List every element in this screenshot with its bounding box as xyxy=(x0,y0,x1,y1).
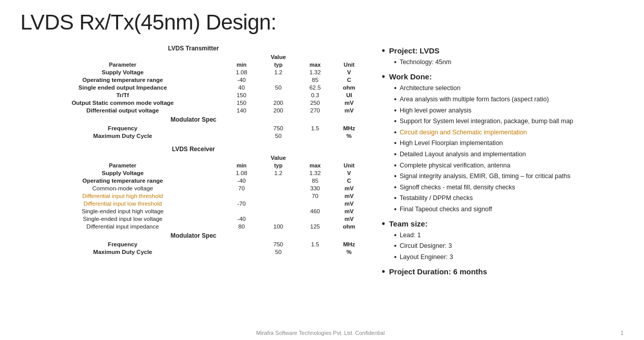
rx-cmv-unit: mV xyxy=(331,184,367,192)
tx-row-temp-min: -40 xyxy=(225,76,258,83)
rx-diff-low-label: Differential input low threshold xyxy=(20,200,225,207)
left-section: LVDS Transmitter Value Parameter min typ… xyxy=(20,43,367,280)
rx-duty-max xyxy=(298,248,331,256)
tx-duty-unit: % xyxy=(331,132,367,139)
tx-duty-typ: 50 xyxy=(258,132,299,139)
tx-row-trtf-min: 150 xyxy=(225,91,258,99)
team-main: • Team size: xyxy=(382,218,624,230)
tx-col-typ: typ xyxy=(258,61,299,68)
rx-freq-label: Frequency xyxy=(20,240,225,248)
workdone-sub-tapeout: • Final Tapeout checks and signoff xyxy=(394,205,624,215)
tx-duty-max xyxy=(298,132,331,139)
footer: Mirafra Software Technologies Pvt. Ltd. … xyxy=(0,330,644,336)
tx-row-impedance-unit: ohm xyxy=(331,83,367,91)
sub-bullet-dot: • xyxy=(394,193,397,204)
sub-bullet-dot: • xyxy=(394,231,397,241)
tx-modulator-header-label: Modulator Spec xyxy=(20,114,367,124)
table-row: Operating temperature range -40 85 C xyxy=(20,76,367,83)
rx-supply-unit: V xyxy=(331,169,367,177)
table-row: Common-mode voltage 70 330 mV xyxy=(20,184,367,192)
tx-row-temp-unit: C xyxy=(331,76,367,83)
arch-label: Architecture selection xyxy=(400,83,461,93)
tx-row-supply-min: 1.08 xyxy=(225,68,258,76)
workdone-sub-system: • Support for System level integration, … xyxy=(394,117,624,127)
tx-row-cmv-label: Output Static common mode voltage xyxy=(20,99,225,106)
layout-label: Detailed Layout analysis and implementat… xyxy=(400,150,526,159)
rx-duty-label: Maximum Duty Cycle xyxy=(20,248,225,256)
rx-supply-typ: 1.2 xyxy=(258,169,299,177)
table-row: Tr/Tf 150 0.3 UI xyxy=(20,91,367,99)
table-row: Supply Voltage 1.08 1.2 1.32 V xyxy=(20,169,367,177)
system-label: Support for System level integration, pa… xyxy=(400,117,573,126)
tx-row-diff-unit: mV xyxy=(331,106,367,114)
workdone-sub-area: • Area analysis with multiple form facto… xyxy=(394,95,624,105)
tx-freq-min xyxy=(225,124,258,132)
signoff-label: Signoff checks - metal fill, density che… xyxy=(400,183,515,192)
list-item-project: • Project: LVDS • Technology: 45nm xyxy=(382,45,624,68)
rx-modulator-header-row: Modulator Spec xyxy=(20,230,367,240)
sub-bullet-dot: • xyxy=(394,183,397,193)
transmitter-header-row: LVDS Transmitter xyxy=(20,43,367,53)
table-row: Single-ended input high voltage 460 mV xyxy=(20,207,367,215)
tx-row-temp-typ xyxy=(258,76,299,83)
right-list: • Project: LVDS • Technology: 45nm • Wor… xyxy=(382,45,624,277)
table-row: Supply Voltage 1.08 1.2 1.32 V xyxy=(20,68,367,76)
rx-freq-min xyxy=(225,240,258,248)
rx-duty-unit: % xyxy=(331,248,367,256)
rx-se-high-max: 460 xyxy=(298,207,331,215)
tx-row-diff-max: 270 xyxy=(298,106,331,114)
workdone-sub-verification: • Complete physical verification, antenn… xyxy=(394,161,624,171)
tx-row-impedance-label: Single ended output Impedance xyxy=(20,83,225,91)
team-sub-circuit: • Circuit Designer: 3 xyxy=(394,241,624,251)
transmitter-header-label: LVDS Transmitter xyxy=(20,43,367,53)
list-item-team: • Team size: • Lead: 1 • Circuit Designe… xyxy=(382,218,624,263)
footer-center: Mirafra Software Technologies Pvt. Ltd. … xyxy=(256,330,384,336)
rx-col-min: min xyxy=(225,161,258,169)
tx-col-unit: Unit xyxy=(331,61,367,68)
tx-row-supply-typ: 1.2 xyxy=(258,68,299,76)
list-item-duration: • Project Duration: 6 months xyxy=(382,266,624,277)
sub-bullet-dot: • xyxy=(394,83,397,94)
sub-bullet-dot: • xyxy=(394,172,397,182)
list-item-workdone: • Work Done: • Architecture selection • … xyxy=(382,71,624,215)
tx-duty-min xyxy=(225,132,258,139)
project-main: • Project: LVDS xyxy=(382,45,624,56)
testability-label: Testability / DPPM checks xyxy=(400,193,473,203)
tx-row-diff-min: 140 xyxy=(225,106,258,114)
receiver-value-label: Value xyxy=(258,154,299,161)
tx-row-diff-typ: 200 xyxy=(258,106,299,114)
power-label: High level power analysis xyxy=(400,106,471,116)
sub-bullet-dot: • xyxy=(394,138,397,149)
sub-bullet-dot: • xyxy=(394,117,397,127)
verification-label: Complete physical verification, antenna xyxy=(400,161,510,171)
table-row: Maximum Duty Cycle 50 % xyxy=(20,132,367,139)
circuit-label: Circuit design and Schematic implementat… xyxy=(400,128,527,137)
receiver-col-header-row: Parameter min typ max Unit xyxy=(20,161,367,169)
tx-duty-label: Maximum Duty Cycle xyxy=(20,132,225,139)
workdone-sub-power: • High level power analysis xyxy=(394,106,624,116)
sub-bullet-dot: • xyxy=(394,95,397,105)
rx-col-param: Parameter xyxy=(20,161,225,169)
table-row: Single-ended input low voltage -40 mV xyxy=(20,215,367,222)
rx-diff-low-max xyxy=(298,200,331,207)
rx-col-max: max xyxy=(298,161,331,169)
workdone-main: • Work Done: xyxy=(382,71,624,82)
team-sub-lead: • Lead: 1 xyxy=(394,231,624,241)
sub-bullet-dot: • xyxy=(394,150,397,160)
tx-row-impedance-typ: 50 xyxy=(258,83,299,91)
rx-temp-label: Operating temperature range xyxy=(20,177,225,184)
rx-cmv-min: 70 xyxy=(225,184,258,192)
page-title: LVDS Rx/Tx(45nm) Design: xyxy=(20,10,624,35)
rx-diff-high-max: 70 xyxy=(298,192,331,200)
rx-freq-typ: 750 xyxy=(258,240,299,248)
table-row: Operating temperature range -40 85 C xyxy=(20,177,367,184)
tx-row-temp-max: 85 xyxy=(298,76,331,83)
workdone-sub-arch: • Architecture selection xyxy=(394,83,624,94)
tapeout-label: Final Tapeout checks and signoff xyxy=(400,205,492,214)
sub-bullet-dot: • xyxy=(394,161,397,171)
spec-table: LVDS Transmitter Value Parameter min typ… xyxy=(20,43,367,256)
table-row: Maximum Duty Cycle 50 % xyxy=(20,248,367,256)
rx-se-high-unit: mV xyxy=(331,207,367,215)
workdone-sub-layout: • Detailed Layout analysis and implement… xyxy=(394,150,624,160)
rx-modulator-header-label: Modulator Spec xyxy=(20,230,367,240)
